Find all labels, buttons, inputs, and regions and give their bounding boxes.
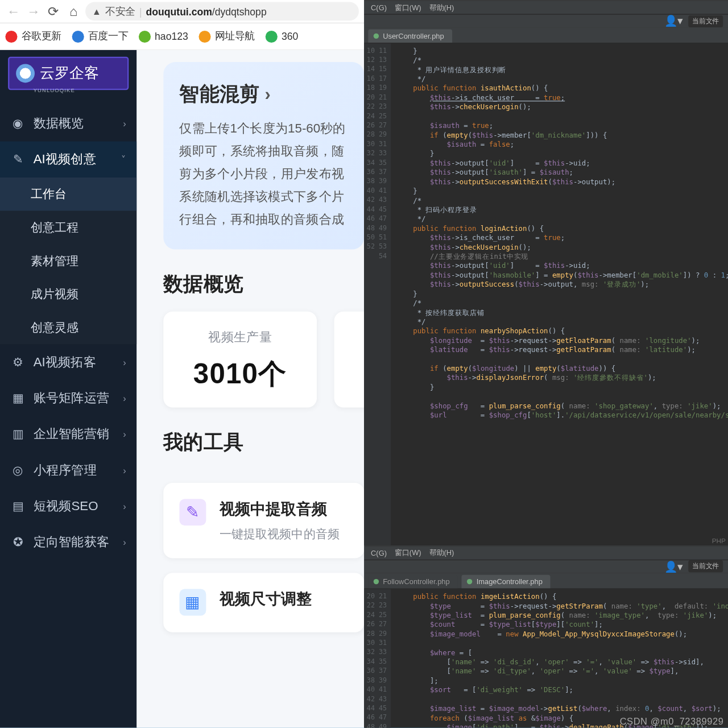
target-icon: ✪: [11, 535, 26, 550]
bookmark-icon: [5, 30, 17, 42]
sidebar-item[interactable]: ✪定向智能获客›: [0, 524, 136, 560]
ide-toolbar-bottom[interactable]: 👤▾ 当前文件: [364, 559, 728, 572]
sidebar-item-label: 数据概览: [34, 115, 84, 132]
bookmark-item[interactable]: 谷歌更新: [5, 30, 61, 43]
magic-icon: ✎: [11, 152, 26, 167]
ide-menu[interactable]: C(G)窗口(W)帮助(H): [364, 1, 728, 14]
tool-card[interactable]: ✎视频中提取音频一键提取视频中的音频: [163, 483, 364, 559]
bookmark-item[interactable]: 网址导航: [199, 30, 255, 43]
bookmark-icon: [72, 30, 84, 42]
logo-text: 云罗企客: [40, 63, 98, 83]
bookmark-label: 360: [282, 31, 298, 42]
sidebar-item[interactable]: ▤短视频SEO›: [0, 488, 136, 524]
php-icon: [467, 578, 472, 584]
sidebar-item[interactable]: ✎AI视频创意˅: [0, 142, 136, 177]
watermark-text: CSDN @m0_72389929: [620, 715, 724, 726]
tool-title: 视频中提取音频: [220, 499, 340, 519]
bar-icon: ▥: [11, 427, 26, 442]
sidebar-item-label: AI视频创意: [34, 151, 96, 168]
chevron-icon: ›: [123, 393, 126, 404]
bookmark-item[interactable]: 百度一下: [72, 30, 129, 43]
bookmark-label: 百度一下: [88, 30, 128, 43]
gutter-bottom: 20 21 22 23 24 25 26 27 28 29 30 31 32 3…: [364, 589, 391, 728]
rocket-icon: ⚙: [11, 355, 26, 370]
url-text: douqutui.com/dydqtshopp: [146, 6, 267, 17]
sidebar-sub-item[interactable]: 素材管理: [0, 244, 136, 278]
menu-item[interactable]: C(G): [371, 3, 387, 11]
code-bottom[interactable]: public function imgeListAction() { $type…: [391, 589, 728, 728]
bookmark-item[interactable]: hao123: [139, 30, 188, 42]
bookmark-label: 谷歌更新: [22, 30, 61, 43]
content-area: 智能混剪› 仅需上传1个长度为15-60秒的 频即可，系统将抽取音频，随 剪为多…: [136, 50, 364, 727]
back-icon[interactable]: ←: [5, 3, 21, 19]
menu-item[interactable]: 帮助(H): [429, 2, 454, 13]
sidebar-item[interactable]: ▥企业智能营销›: [0, 416, 136, 452]
sidebar-sub-item[interactable]: 创意灵感: [0, 311, 136, 344]
sidebar-item-label: AI视频拓客: [34, 354, 96, 371]
menu-item[interactable]: 窗口(W): [395, 548, 421, 558]
statusbar-top: PHP: [712, 536, 726, 544]
php-icon: [374, 34, 379, 39]
logo-icon: [16, 64, 35, 83]
run-config-pill[interactable]: 当前文件: [688, 15, 723, 27]
ide-toolbar[interactable]: 👤▾ 当前文件: [364, 14, 728, 27]
run-user-icon[interactable]: 👤▾: [664, 15, 683, 27]
bookmark-icon: [139, 30, 151, 42]
run-user-icon[interactable]: 👤▾: [664, 560, 683, 572]
sidebar-item[interactable]: ◉数据概览›: [0, 105, 136, 141]
sidebar-item-label: 企业智能营销: [34, 425, 110, 442]
menu-item[interactable]: 窗口(W): [395, 2, 421, 13]
address-bar[interactable]: ▲ 不安全 | douqutui.com/dydqtshopp: [85, 2, 359, 21]
bookmark-icon: [199, 30, 211, 42]
run-config-pill-bottom[interactable]: 当前文件: [688, 560, 723, 572]
section-overview-title: 数据概览: [163, 271, 364, 298]
ide-top: C(G)窗口(W)帮助(H) 👤▾ 当前文件 UserController.ph…: [364, 0, 728, 545]
chevron-right-icon: ›: [265, 84, 271, 105]
promo-card[interactable]: 智能混剪› 仅需上传1个长度为15-60秒的 频即可，系统将抽取音频，随 剪为多…: [163, 62, 364, 250]
logo-subtext: YUNLUOQIKE: [34, 88, 129, 94]
bookmark-label: 网址导航: [215, 30, 255, 43]
sidebar-item-label: 账号矩阵运营: [34, 390, 110, 407]
bookmark-icon: [266, 30, 278, 42]
compass-icon: ◎: [11, 463, 26, 478]
tool-title: 视频尺寸调整: [220, 589, 312, 609]
chevron-icon: ›: [123, 357, 126, 367]
bookmarks-bar: 谷歌更新百度一下hao123网址导航360: [0, 23, 364, 50]
sidebar-sub-item[interactable]: 创意工程: [0, 211, 136, 245]
ide-tabs-top: UserController.php: [364, 27, 728, 43]
chevron-icon: ›: [123, 429, 126, 440]
bookmark-item[interactable]: 360: [266, 30, 298, 42]
menu-item[interactable]: C(G): [371, 549, 387, 557]
sidebar-item[interactable]: ◎小程序管理›: [0, 452, 136, 488]
ide-menu-bottom[interactable]: C(G)窗口(W)帮助(H): [364, 546, 728, 559]
sidebar-item[interactable]: ▦账号矩阵运营›: [0, 380, 136, 416]
warning-icon: ▲: [92, 6, 101, 17]
reload-icon[interactable]: ⟳: [46, 3, 61, 19]
logo[interactable]: 云罗企客 YUNLUOQIKE: [8, 57, 129, 93]
tab-usercontroller[interactable]: UserController.php: [368, 30, 452, 43]
stat-card[interactable]: 17: [334, 312, 365, 408]
seo-icon: ▤: [11, 499, 26, 514]
tool-card[interactable]: ▦视频尺寸调整: [163, 573, 364, 632]
sidebar-item-label: 小程序管理: [34, 462, 97, 479]
chevron-icon: ›: [123, 537, 126, 548]
code-top[interactable]: } /* * 用户详情信息及授权判断 */ public function is…: [391, 43, 728, 545]
forward-icon[interactable]: →: [26, 3, 42, 19]
home-icon[interactable]: ⌂: [65, 3, 81, 19]
chevron-icon: ˅: [121, 154, 126, 165]
chevron-icon: ›: [123, 465, 126, 475]
sidebar-item[interactable]: ⚙AI视频拓客›: [0, 344, 136, 380]
promo-text: 仅需上传1个长度为15-60秒的 频即可，系统将抽取音频，随 剪为多个小片段，用…: [179, 117, 348, 230]
chevron-icon: ›: [123, 501, 126, 512]
gutter-top: 10 11 12 13 14 15 16 17 18 19 20 21 22 2…: [364, 43, 391, 545]
tab-followcontroller-php[interactable]: FollowController.php: [368, 574, 457, 588]
tab-imagecontroller-php[interactable]: ImageController.php: [462, 574, 551, 588]
bookmark-label: hao123: [155, 31, 188, 42]
tab-label: FollowController.php: [383, 577, 450, 585]
stat-card[interactable]: 视频生产量3010个: [163, 312, 317, 408]
sidebar-item-label: 定向智能获客: [34, 533, 110, 551]
sidebar: 云罗企客 YUNLUOQIKE ◉数据概览›✎AI视频创意˅工作台创意工程素材管…: [0, 50, 136, 727]
menu-item[interactable]: 帮助(H): [429, 548, 454, 558]
sidebar-sub-item[interactable]: 成片视频: [0, 278, 136, 311]
sidebar-sub-item[interactable]: 工作台: [0, 177, 136, 211]
